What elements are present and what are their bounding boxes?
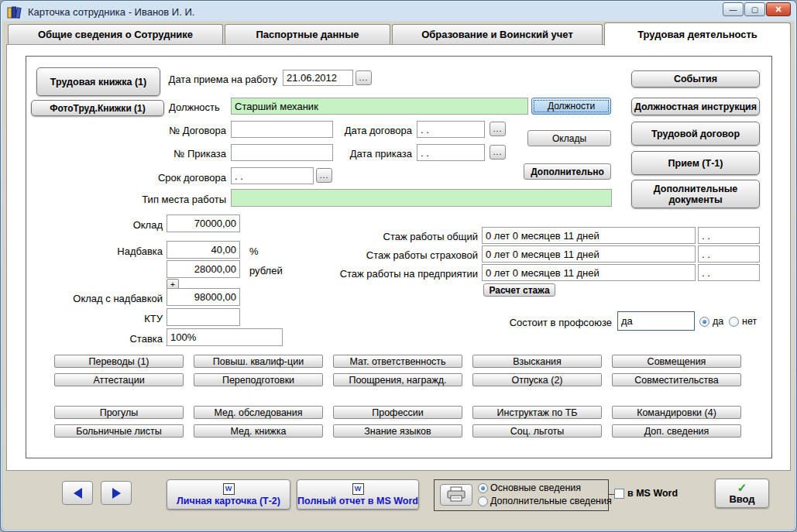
professions-button[interactable]: Профессии <box>333 406 462 419</box>
order-date-field[interactable]: . . <box>417 144 485 161</box>
print-additional-label: Дополнительные сведения <box>490 496 612 506</box>
exp-total-date-field[interactable]: . . <box>698 227 760 244</box>
attestations-button[interactable]: Аттестации <box>54 373 184 386</box>
rate-field[interactable]: 100% <box>167 328 283 346</box>
penalties-button[interactable]: Взыскания <box>472 355 602 368</box>
exp-company-field[interactable]: 0 лет 0 месяцев 11 дней <box>482 264 696 281</box>
work-book-button[interactable]: Трудовая книжка (1) <box>36 67 160 96</box>
salaries-button[interactable]: Оклады <box>527 130 611 146</box>
print-main-radio[interactable] <box>478 483 488 493</box>
union-yes-radio[interactable] <box>699 317 709 327</box>
order-date-label: Дата приказа <box>335 148 412 160</box>
medical-book-button[interactable]: Мед. книжка <box>194 424 323 438</box>
contract-date-picker-button[interactable]: ... <box>490 122 506 136</box>
vacations-button[interactable]: Отпуска (2) <box>472 373 602 386</box>
sick-leaves-button[interactable]: Больничные листы <box>54 424 184 438</box>
tab-education-military[interactable]: Образование и Воинский учет <box>392 24 603 44</box>
enter-button[interactable]: ✓ Ввод <box>715 479 769 508</box>
union-no-radio[interactable] <box>729 317 739 327</box>
print-main-label: Основные сведения <box>490 482 581 493</box>
contract-date-field[interactable]: . . <box>417 121 485 138</box>
hire-date-field[interactable]: 21.06.2012 <box>283 70 353 86</box>
close-icon: ✕ <box>775 5 782 15</box>
combinations-button[interactable]: Совмещения <box>612 355 741 368</box>
hire-date-label: Дата приема на работу <box>163 74 277 85</box>
ms-word-checkbox-label: в MS Word <box>627 488 678 499</box>
union-label: Состоит в профсоюзе <box>503 317 612 328</box>
ms-word-icon: W <box>223 483 235 495</box>
exp-company-date-field[interactable]: . . <box>698 264 760 281</box>
tab-general-info[interactable]: Общие сведения о Сотруднике <box>8 24 223 44</box>
languages-button[interactable]: Знание языков <box>333 424 462 438</box>
contract-no-label: № Договора <box>149 125 226 136</box>
full-report-word-label: Полный отчет в MS Word <box>297 496 418 506</box>
prev-record-button[interactable] <box>62 481 93 505</box>
positions-button[interactable]: Должности <box>531 98 611 115</box>
additional-info-button[interactable]: Доп. сведения <box>612 424 741 438</box>
material-responsibility-button[interactable]: Мат. ответственность <box>333 355 462 368</box>
tab-passport-data[interactable]: Паспортные данные <box>225 24 390 44</box>
workplace-type-label: Тип места работы <box>125 194 226 205</box>
bonus-percent-field[interactable]: 40,00 <box>167 241 240 259</box>
arrow-right-icon <box>112 488 121 499</box>
contract-term-picker-button[interactable]: ... <box>316 168 332 183</box>
bonus-label: Надбавка <box>85 245 163 257</box>
contract-term-field[interactable]: . . <box>231 167 314 184</box>
exp-total-field[interactable]: 0 лет 0 месяцев 11 дней <box>482 227 696 244</box>
minimize-button[interactable]: — <box>723 2 744 16</box>
print-button[interactable] <box>440 484 472 506</box>
job-instruction-button[interactable]: Должностная инструкция <box>631 98 760 115</box>
salary-label: Оклад <box>85 219 163 231</box>
labor-contract-button[interactable]: Трудовой договор <box>631 122 760 146</box>
exp-insurance-label: Стаж работы страховой <box>284 249 478 261</box>
full-report-word-button[interactable]: W Полный отчет в MS Word <box>297 479 419 510</box>
social-benefits-button[interactable]: Соц. льготы <box>472 424 602 438</box>
events-button[interactable]: События <box>631 70 760 88</box>
safety-briefing-button[interactable]: Инструктаж по ТБ <box>472 406 602 419</box>
titlebar[interactable]: Карточка сотрудника - Иванов И. И. <box>3 2 794 21</box>
printer-icon <box>446 486 466 504</box>
ktu-field[interactable] <box>167 308 240 326</box>
secondary-jobs-button[interactable]: Совместительства <box>612 373 741 386</box>
position-field[interactable]: Старший механик <box>231 98 528 115</box>
maximize-button[interactable]: ▢ <box>744 2 765 16</box>
salary-with-bonus-field[interactable]: 98000,00 <box>167 288 240 306</box>
rewards-button[interactable]: Поощрения, награжд. <box>333 373 462 386</box>
salary-with-bonus-label: Оклад с надбавкой <box>62 293 163 304</box>
contract-no-field[interactable] <box>231 121 333 138</box>
books-icon <box>7 5 22 19</box>
rubles-label: рублей <box>249 265 283 276</box>
ms-word-checkbox[interactable] <box>614 489 624 499</box>
additional-button[interactable]: Дополнительно <box>524 163 611 180</box>
personal-card-t2-label: Личная карточка (Т-2) <box>177 496 280 506</box>
exp-insurance-date-field[interactable]: . . <box>698 245 760 263</box>
tab-labor-activity[interactable]: Трудовая деятельность <box>604 22 791 46</box>
ms-word-icon: W <box>352 483 364 495</box>
absences-button[interactable]: Прогулы <box>54 406 184 419</box>
enter-button-label: Ввод <box>729 493 754 505</box>
photo-work-books-button[interactable]: ФотоТруд.Книжки (1) <box>31 100 164 116</box>
calc-experience-button[interactable]: Расчет стажа <box>483 283 555 297</box>
next-record-button[interactable] <box>101 481 132 505</box>
union-field[interactable]: да <box>617 311 695 331</box>
union-no-label: нет <box>742 316 757 327</box>
hire-date-picker-button[interactable]: ... <box>356 70 372 85</box>
close-button[interactable]: ✕ <box>766 2 791 16</box>
exp-insurance-field[interactable]: 0 лет 0 месяцев 11 дней <box>482 245 696 263</box>
transfers-button[interactable]: Переводы (1) <box>54 355 184 368</box>
employee-card-window: Карточка сотрудника - Иванов И. И. — ▢ ✕… <box>0 0 797 532</box>
order-no-field[interactable] <box>231 144 333 161</box>
order-date-picker-button[interactable]: ... <box>490 145 506 160</box>
retraining-button[interactable]: Переподготовки <box>194 373 323 386</box>
personal-card-t2-button[interactable]: W Личная карточка (Т-2) <box>167 479 290 510</box>
qualification-button[interactable]: Повыш. квалиф-ции <box>194 355 323 368</box>
exp-total-label: Стаж работы общий <box>284 231 478 242</box>
medical-exams-button[interactable]: Мед. обследования <box>194 406 323 419</box>
bonus-rubles-field[interactable]: 28000,00 <box>167 260 240 278</box>
business-trips-button[interactable]: Командировки (4) <box>612 406 741 419</box>
workplace-type-field[interactable] <box>231 189 612 207</box>
salary-field[interactable]: 70000,00 <box>167 215 240 232</box>
hiring-t1-button[interactable]: Прием (Т-1) <box>631 151 760 175</box>
print-additional-radio[interactable] <box>478 496 488 506</box>
additional-docs-button[interactable]: Дополнительные документы <box>631 180 760 208</box>
